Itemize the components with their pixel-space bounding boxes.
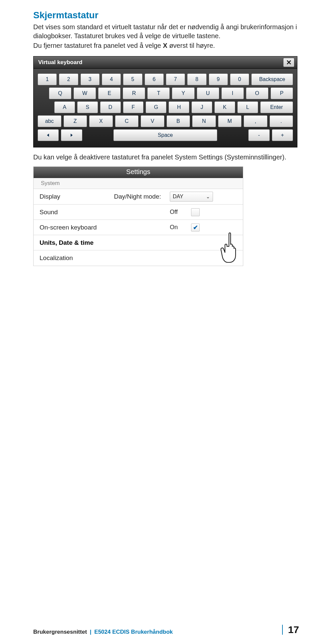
- page-title: Skjermtastatur: [33, 10, 297, 21]
- row-sound[interactable]: Sound Off: [34, 205, 243, 220]
- dropdown-value: DAY: [173, 194, 183, 200]
- intro-p2a: Du fjerner tastaturet fra panelet ved å …: [33, 42, 163, 49]
- key-g[interactable]: G: [146, 101, 166, 113]
- key-9[interactable]: 9: [209, 73, 228, 85]
- key-p[interactable]: P: [270, 87, 293, 99]
- key-period[interactable]: .: [269, 115, 293, 127]
- vk-row-5: Space - +: [38, 129, 293, 141]
- vk-row-2: Q W E R T Y U I O P: [38, 87, 293, 99]
- key-3[interactable]: 3: [80, 73, 100, 85]
- key-f[interactable]: F: [123, 101, 144, 113]
- vk-row-1: 1 2 3 4 5 6 7 8 9 0 Backspace: [38, 73, 293, 85]
- intro-p2c: øverst til høyre.: [167, 42, 215, 49]
- key-7[interactable]: 7: [166, 73, 185, 85]
- row-osk[interactable]: On-screen keyboard On: [34, 220, 243, 235]
- footer-doc: E5024 ECDIS Brukerhåndbok: [94, 629, 173, 635]
- key-u[interactable]: U: [197, 87, 219, 99]
- key-8[interactable]: 8: [187, 73, 206, 85]
- chevron-down-icon: ⌄: [206, 194, 210, 199]
- value-osk: On: [170, 224, 182, 231]
- key-a[interactable]: A: [54, 101, 75, 113]
- footer-divider: [282, 625, 283, 635]
- key-comma[interactable]: ,: [244, 115, 267, 127]
- row-units[interactable]: Units, Date & time: [34, 235, 243, 250]
- settings-panel: Settings System Display Day/Night mode: …: [33, 166, 243, 266]
- key-n[interactable]: N: [192, 115, 216, 127]
- label-localization: Localization: [38, 254, 243, 262]
- key-z[interactable]: Z: [63, 115, 87, 127]
- key-abc[interactable]: abc: [38, 115, 61, 127]
- page-number: 17: [288, 624, 299, 635]
- key-h[interactable]: H: [168, 101, 189, 113]
- key-j[interactable]: J: [191, 101, 212, 113]
- key-2[interactable]: 2: [59, 73, 78, 85]
- key-5[interactable]: 5: [123, 73, 142, 85]
- key-enter[interactable]: Enter: [260, 101, 293, 113]
- key-b[interactable]: B: [166, 115, 190, 127]
- settings-group-system: System: [34, 178, 243, 189]
- arrow-right-icon[interactable]: [61, 129, 82, 141]
- key-r[interactable]: R: [123, 87, 145, 99]
- svg-marker-1: [71, 134, 73, 137]
- key-plus[interactable]: +: [272, 129, 293, 141]
- close-x-ref: X: [163, 42, 167, 49]
- spacer: [219, 129, 246, 141]
- page-footer: Brukergrensesnittet | E5024 ECDIS Bruker…: [0, 624, 319, 635]
- after-kb-text: Du kan velge å deaktivere tastaturet fra…: [33, 153, 297, 162]
- row-display[interactable]: Display Day/Night mode: DAY ⌄: [34, 189, 243, 205]
- intro-p1: Det vises som standard et virtuelt tasta…: [33, 23, 297, 41]
- key-c[interactable]: C: [115, 115, 139, 127]
- label-daynight: Day/Night mode:: [114, 193, 170, 200]
- label-osk: On-screen keyboard: [38, 224, 170, 231]
- key-l[interactable]: L: [237, 101, 258, 113]
- vk-row-3: A S D F G H J K L Enter: [38, 101, 293, 113]
- key-s[interactable]: S: [77, 101, 98, 113]
- key-o[interactable]: O: [246, 87, 268, 99]
- key-m[interactable]: M: [218, 115, 242, 127]
- vk-title: Virtual keyboard: [38, 59, 82, 66]
- checkbox-osk[interactable]: [191, 224, 200, 231]
- key-space[interactable]: Space: [113, 129, 218, 141]
- key-minus[interactable]: -: [248, 129, 269, 141]
- key-i[interactable]: I: [221, 87, 244, 99]
- vk-body: 1 2 3 4 5 6 7 8 9 0 Backspace Q W E R T …: [34, 69, 297, 147]
- vk-row-4: abc Z X C V B N M , .: [38, 115, 293, 127]
- key-backspace[interactable]: Backspace: [251, 73, 293, 85]
- dropdown-daynight[interactable]: DAY ⌄: [170, 192, 213, 202]
- footer-sep: |: [88, 629, 93, 635]
- value-sound: Off: [170, 209, 182, 216]
- key-t[interactable]: T: [147, 87, 170, 99]
- intro-p2: Du fjerner tastaturet fra panelet ved å …: [33, 41, 297, 50]
- spacer: [84, 129, 111, 141]
- svg-marker-0: [47, 134, 49, 137]
- vk-titlebar: Virtual keyboard ✕: [34, 56, 297, 69]
- label-display: Display: [38, 193, 114, 200]
- key-v[interactable]: V: [141, 115, 164, 127]
- key-k[interactable]: K: [214, 101, 235, 113]
- checkbox-sound[interactable]: [191, 208, 200, 216]
- label-sound: Sound: [38, 209, 114, 216]
- key-0[interactable]: 0: [230, 73, 249, 85]
- row-localization[interactable]: Localization: [34, 250, 243, 266]
- footer-section: Brukergrensesnittet: [33, 629, 87, 635]
- key-y[interactable]: Y: [172, 87, 194, 99]
- virtual-keyboard-figure: Virtual keyboard ✕ 1 2 3 4 5 6 7 8 9 0 B…: [33, 56, 297, 147]
- key-1[interactable]: 1: [38, 73, 57, 85]
- key-x[interactable]: X: [89, 115, 113, 127]
- pointer-hand-icon: [219, 232, 244, 265]
- key-e[interactable]: E: [98, 87, 121, 99]
- key-6[interactable]: 6: [145, 73, 164, 85]
- label-units: Units, Date & time: [38, 239, 243, 246]
- close-icon[interactable]: ✕: [283, 58, 294, 67]
- key-4[interactable]: 4: [102, 73, 121, 85]
- settings-title: Settings: [34, 167, 243, 178]
- key-d[interactable]: D: [100, 101, 121, 113]
- arrow-left-icon[interactable]: [38, 129, 59, 141]
- key-w[interactable]: W: [73, 87, 96, 99]
- key-q[interactable]: Q: [49, 87, 71, 99]
